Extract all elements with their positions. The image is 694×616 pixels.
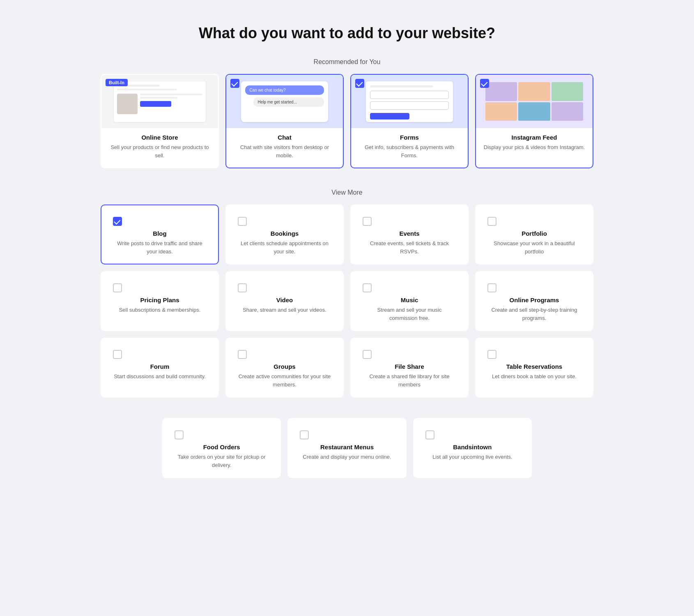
recommended-label: Recommended for You <box>16 58 678 66</box>
card-title-online-store: Online Store <box>101 134 218 141</box>
card-title-file-share: File Share <box>363 363 456 370</box>
card-file-share[interactable]: File Share Create a shared file library … <box>350 338 469 398</box>
card-blog[interactable]: Blog Write posts to drive traffic and sh… <box>101 205 219 264</box>
checkbox-forum[interactable] <box>113 350 122 359</box>
card-desc-food-orders: Take orders on your site for pickup or d… <box>175 453 269 469</box>
card-food-orders[interactable]: Food Orders Take orders on your site for… <box>162 418 281 478</box>
card-thumb-chat: Can we chat today? Help me get started..… <box>226 75 343 128</box>
card-desc-video: Share, stream and sell your videos. <box>238 306 331 314</box>
card-title-bandsintown: Bandsintown <box>425 444 519 451</box>
checkbox-portfolio[interactable] <box>487 217 496 226</box>
card-desc-instagram-feed: Display your pics & videos from Instagra… <box>476 143 593 152</box>
card-title-table-reservations: Table Reservations <box>487 363 581 370</box>
card-title-chat: Chat <box>226 134 343 141</box>
card-title-groups: Groups <box>238 363 331 370</box>
card-pricing-plans[interactable]: Pricing Plans Sell subscriptions & membe… <box>101 271 219 331</box>
checkbox-music[interactable] <box>363 283 372 292</box>
card-chat[interactable]: Can we chat today? Help me get started..… <box>225 74 344 168</box>
card-desc-events: Create events, sell tickets & track RSVP… <box>363 239 456 255</box>
bottom-row-grid: Food Orders Take orders on your site for… <box>162 418 532 478</box>
card-desc-table-reservations: Let diners book a table on your site. <box>487 372 581 381</box>
card-title-portfolio: Portfolio <box>487 230 581 237</box>
card-title-pricing-plans: Pricing Plans <box>113 297 207 303</box>
checkbox-groups[interactable] <box>238 350 247 359</box>
card-title-bookings: Bookings <box>238 230 331 237</box>
checkbox-table-reservations[interactable] <box>487 350 496 359</box>
card-title-instagram-feed: Instagram Feed <box>476 134 593 141</box>
checkbox-video[interactable] <box>238 283 247 292</box>
card-events[interactable]: Events Create events, sell tickets & tra… <box>350 205 469 264</box>
card-online-store[interactable]: Built-In Online Store <box>101 74 219 168</box>
checkbox-online-programs[interactable] <box>487 283 496 292</box>
card-desc-bandsintown: List all your upcoming live events. <box>425 453 519 461</box>
card-thumb-forms <box>351 75 468 128</box>
checkbox-restaurant-menus[interactable] <box>300 430 309 439</box>
card-forms[interactable]: Forms Get info, subscribers & payments w… <box>350 74 469 168</box>
card-desc-portfolio: Showcase your work in a beautiful portfo… <box>487 239 581 255</box>
card-video[interactable]: Video Share, stream and sell your videos… <box>225 271 344 331</box>
checkbox-forms[interactable] <box>355 79 364 88</box>
card-title-restaurant-menus: Restaurant Menus <box>300 444 394 451</box>
checkbox-events[interactable] <box>363 217 372 226</box>
checkbox-instagram[interactable] <box>480 79 489 88</box>
built-in-badge: Built-In <box>106 79 128 86</box>
card-thumb-instagram <box>476 75 593 128</box>
checkbox-file-share[interactable] <box>363 350 372 359</box>
card-desc-forms: Get info, subscribers & payments with Fo… <box>351 143 468 159</box>
checkbox-pricing-plans[interactable] <box>113 283 122 292</box>
card-instagram-feed[interactable]: Instagram Feed Display your pics & video… <box>475 74 593 168</box>
view-more-label: View More <box>16 189 678 196</box>
card-desc-music: Stream and sell your music commission fr… <box>363 306 456 322</box>
card-desc-pricing-plans: Sell subscriptions & memberships. <box>113 306 207 314</box>
card-title-online-programs: Online Programs <box>487 297 581 303</box>
card-thumb-store: Built-In <box>101 75 218 128</box>
card-desc-forum: Start discussions and build community. <box>113 372 207 381</box>
view-more-grid: Blog Write posts to drive traffic and sh… <box>101 205 593 398</box>
checkbox-bookings[interactable] <box>238 217 247 226</box>
checkbox-chat[interactable] <box>230 79 239 88</box>
card-desc-online-programs: Create and sell step-by-step training pr… <box>487 306 581 322</box>
card-title-food-orders: Food Orders <box>175 444 269 451</box>
card-title-music: Music <box>363 297 456 303</box>
card-desc-online-store: Sell your products or find new products … <box>101 143 218 159</box>
card-desc-bookings: Let clients schedule appointments on you… <box>238 239 331 255</box>
card-restaurant-menus[interactable]: Restaurant Menus Create and display your… <box>287 418 406 478</box>
card-forum[interactable]: Forum Start discussions and build commun… <box>101 338 219 398</box>
page-title: What do you want to add to your website? <box>16 25 678 42</box>
card-title-video: Video <box>238 297 331 303</box>
checkbox-food-orders[interactable] <box>175 430 184 439</box>
card-bandsintown[interactable]: Bandsintown List all your upcoming live … <box>413 418 532 478</box>
card-desc-restaurant-menus: Create and display your menu online. <box>300 453 394 461</box>
card-groups[interactable]: Groups Create active communities for you… <box>225 338 344 398</box>
card-table-reservations[interactable]: Table Reservations Let diners book a tab… <box>475 338 593 398</box>
card-title-events: Events <box>363 230 456 237</box>
card-desc-chat: Chat with site visitors from desktop or … <box>226 143 343 159</box>
checkbox-blog[interactable] <box>113 217 122 226</box>
card-title-blog: Blog <box>113 230 207 237</box>
card-desc-blog: Write posts to drive traffic and share y… <box>113 239 207 255</box>
card-desc-groups: Create active communities for your site … <box>238 372 331 388</box>
card-title-forms: Forms <box>351 134 468 141</box>
card-desc-file-share: Create a shared file library for site me… <box>363 372 456 388</box>
card-title-forum: Forum <box>113 363 207 370</box>
card-portfolio[interactable]: Portfolio Showcase your work in a beauti… <box>475 205 593 264</box>
checkbox-bandsintown[interactable] <box>425 430 434 439</box>
card-bookings[interactable]: Bookings Let clients schedule appointmen… <box>225 205 344 264</box>
recommended-grid: Built-In Online Store <box>101 74 593 168</box>
card-online-programs[interactable]: Online Programs Create and sell step-by-… <box>475 271 593 331</box>
card-music[interactable]: Music Stream and sell your music commiss… <box>350 271 469 331</box>
